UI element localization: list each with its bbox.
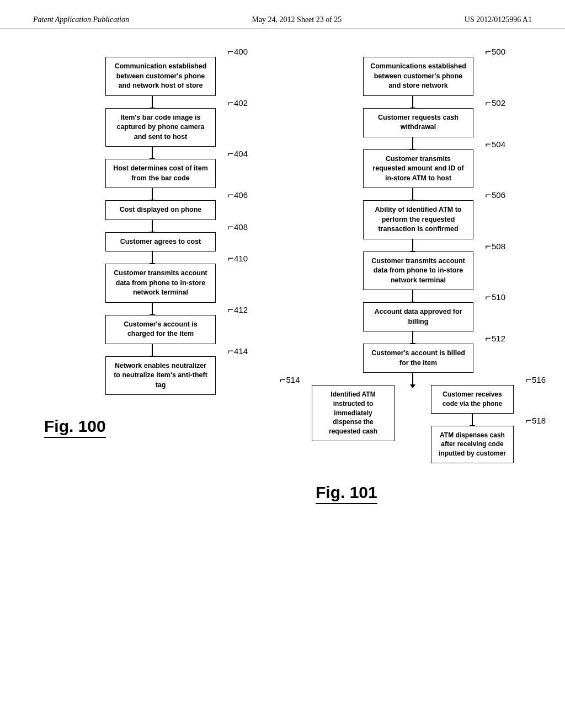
fig100-label: Fig. 100 [44, 408, 106, 438]
label-518: ⌐ 518 [525, 416, 546, 425]
step-410-wrapper: ⌐ 410 Customer transmits account data fr… [33, 264, 271, 303]
arrow-506-508 [412, 239, 413, 251]
step-510-wrapper: ⌐ 510 Account data approved for billing [294, 302, 532, 331]
box-410: Customer transmits account data from pho… [105, 264, 216, 303]
branch-516-518: ⌐ 516 Customer receives code via the pho… [413, 385, 532, 463]
fig101-label: Fig. 101 [316, 474, 377, 504]
step-518-labelwrap: ⌐ 518 ATM dispenses cash after receiving… [431, 426, 514, 463]
step-406-wrapper: ⌐ 406 Cost displayed on phone [33, 200, 271, 220]
step-500-wrapper: ⌐ 500 Communications established between… [294, 57, 532, 96]
box-510: Account data approved for billing [363, 302, 473, 331]
box-400: Communication established between custom… [105, 57, 216, 96]
branch-514: ⌐ 514 Identified ATM instructed to immed… [294, 385, 413, 441]
arrow-410-412 [152, 303, 153, 315]
label-510: ⌐ 510 [485, 292, 505, 302]
arrow-408-410 [152, 251, 153, 264]
step-508-wrapper: ⌐ 508 Customer transmits account data fr… [294, 251, 532, 291]
label-402: ⌐ 402 [227, 98, 248, 108]
box-504: Customer transmits requested amount and … [363, 149, 473, 189]
step-514-labelwrap: ⌐ 514 Identified ATM instructed to immed… [312, 385, 395, 441]
label-408: ⌐ 408 [227, 222, 248, 232]
box-500: Communications established between custo… [363, 57, 473, 96]
arrow-502-504 [412, 137, 413, 149]
step-504-wrapper: ⌐ 504 Customer transmits requested amoun… [294, 149, 532, 189]
arrow-402-404 [152, 147, 153, 159]
label-506: ⌐ 506 [485, 190, 505, 200]
arrow-400-402 [152, 96, 153, 108]
split-section: ⌐ 514 Identified ATM instructed to immed… [294, 385, 532, 463]
label-512: ⌐ 512 [485, 334, 505, 343]
fig100-column: ⌐ 400 Communication established between … [33, 51, 271, 504]
label-504: ⌐ 504 [485, 140, 505, 149]
step-404-wrapper: ⌐ 404 Host determines cost of item from … [33, 159, 271, 188]
label-514: ⌐ 514 [280, 375, 300, 384]
arrow-504-506 [412, 188, 413, 200]
main-content: ⌐ 400 Communication established between … [0, 29, 565, 526]
step-406-labelwrap: ⌐ 406 Cost displayed on phone [105, 200, 216, 220]
arrow-512-split [412, 373, 413, 385]
box-412: Customer's account is charged for the it… [105, 315, 216, 344]
box-502: Customer requests cash withdrawal [363, 108, 473, 137]
step-412-labelwrap: ⌐ 412 Customer's account is charged for … [105, 315, 216, 344]
step-404-labelwrap: ⌐ 404 Host determines cost of item from … [105, 159, 216, 188]
arrow-500-502 [412, 96, 413, 108]
step-512-labelwrap: ⌐ 512 Customer's account is billed for t… [363, 344, 473, 373]
box-514: Identified ATM instructed to immediately… [312, 385, 395, 441]
box-414: Network enables neutralizer to neutraliz… [105, 356, 216, 395]
label-500: ⌐ 500 [485, 47, 505, 56]
step-414-wrapper: ⌐ 414 Network enables neutralizer to neu… [33, 356, 271, 395]
step-402-labelwrap: ⌐ 402 Item's bar code image is captured … [105, 108, 216, 147]
step-504-labelwrap: ⌐ 504 Customer transmits requested amoun… [363, 149, 473, 189]
label-502: ⌐ 502 [485, 98, 505, 108]
header-right: US 2012/0125996 A1 [465, 15, 532, 24]
arrow-406-408 [152, 220, 153, 232]
label-412: ⌐ 412 [227, 305, 248, 314]
label-406: ⌐ 406 [227, 190, 248, 200]
step-506-wrapper: ⌐ 506 Ability of identified ATM to perfo… [294, 200, 532, 239]
step-502-labelwrap: ⌐ 502 Customer requests cash withdrawal [363, 108, 473, 137]
header-center: May 24, 2012 Sheet 23 of 25 [252, 15, 342, 24]
step-408-labelwrap: ⌐ 408 Customer agrees to cost [105, 232, 216, 252]
page-header: Patent Application Publication May 24, 2… [0, 0, 565, 29]
arrow-516-518 [472, 414, 473, 426]
box-506: Ability of identified ATM to perform the… [363, 200, 473, 239]
fig101-column: ⌐ 500 Communications established between… [294, 51, 532, 504]
label-404: ⌐ 404 [227, 149, 248, 158]
step-512-wrapper: ⌐ 512 Customer's account is billed for t… [294, 344, 532, 373]
step-500-labelwrap: ⌐ 500 Communications established between… [363, 57, 473, 96]
step-506-labelwrap: ⌐ 506 Ability of identified ATM to perfo… [363, 200, 473, 239]
box-512: Customer's account is billed for the ite… [363, 344, 473, 373]
step-400-labelwrap: ⌐ 400 Communication established between … [105, 57, 216, 96]
step-408-wrapper: ⌐ 408 Customer agrees to cost [33, 232, 271, 252]
arrow-508-510 [412, 290, 413, 302]
arrow-510-512 [412, 331, 413, 344]
step-410-labelwrap: ⌐ 410 Customer transmits account data fr… [105, 264, 216, 303]
step-400-wrapper: ⌐ 400 Communication established between … [33, 57, 271, 96]
step-508-labelwrap: ⌐ 508 Customer transmits account data fr… [363, 251, 473, 291]
label-414: ⌐ 414 [227, 346, 248, 356]
box-404: Host determines cost of item from the ba… [105, 159, 216, 188]
step-402-wrapper: ⌐ 402 Item's bar code image is captured … [33, 108, 271, 147]
label-410: ⌐ 410 [227, 254, 248, 263]
arrow-404-406 [152, 188, 153, 200]
box-402: Item's bar code image is captured by pho… [105, 108, 216, 147]
label-516: ⌐ 516 [525, 375, 546, 384]
header-left: Patent Application Publication [33, 15, 129, 24]
arrow-412-414 [152, 344, 153, 356]
box-518: ATM dispenses cash after receiving code … [431, 426, 514, 463]
step-412-wrapper: ⌐ 412 Customer's account is charged for … [33, 315, 271, 344]
step-510-labelwrap: ⌐ 510 Account data approved for billing [363, 302, 473, 331]
label-400: ⌐ 400 [227, 47, 248, 56]
step-414-labelwrap: ⌐ 414 Network enables neutralizer to neu… [105, 356, 216, 395]
step-502-wrapper: ⌐ 502 Customer requests cash withdrawal [294, 108, 532, 137]
box-406: Cost displayed on phone [105, 200, 216, 220]
box-508: Customer transmits account data from pho… [363, 251, 473, 291]
label-508: ⌐ 508 [485, 242, 505, 251]
step-516-labelwrap: ⌐ 516 Customer receives code via the pho… [431, 385, 514, 414]
box-408: Customer agrees to cost [105, 232, 216, 252]
box-516: Customer receives code via the phone [431, 385, 514, 414]
